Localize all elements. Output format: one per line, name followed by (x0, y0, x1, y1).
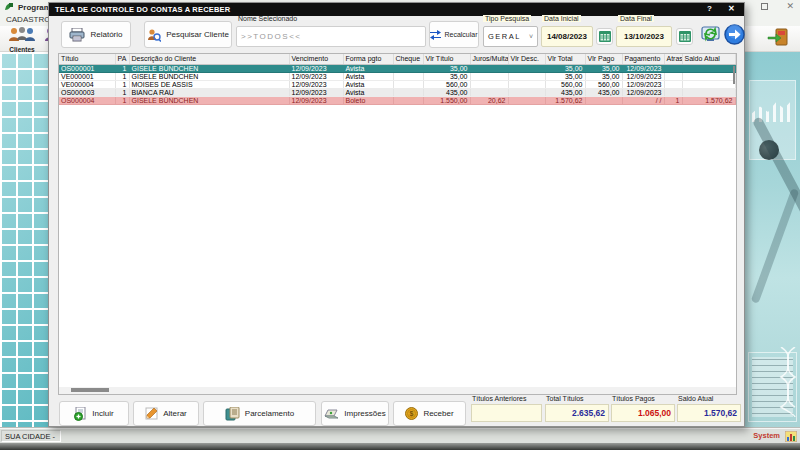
column-header[interactable]: Descrição do Cliente (129, 54, 289, 64)
people-group-icon (7, 27, 37, 43)
table-cell (682, 80, 735, 88)
table-row[interactable]: VE0000011GISELE BÜNDCHEN12/09/2023Avista… (59, 72, 735, 80)
incluir-label: Incluir (92, 409, 113, 418)
arrow-right-icon (724, 24, 745, 45)
vertical-scrollbar[interactable] (733, 66, 735, 84)
data-inicial-calendar-button[interactable] (596, 28, 613, 45)
column-header[interactable]: Vlr Título (423, 54, 470, 64)
column-header[interactable]: Forma pgto (343, 54, 393, 64)
table-cell (664, 88, 682, 96)
table-cell: 1 (115, 72, 129, 80)
impressoes-button[interactable]: Impressões (321, 401, 389, 426)
svg-text:$: $ (410, 410, 414, 418)
tipo-pesquisa-select[interactable]: GERAL ˅ (483, 26, 538, 47)
table-row[interactable]: OS0000041GISELE BÜNDCHEN12/09/2023Boleto… (59, 96, 735, 104)
go-button[interactable] (723, 23, 745, 46)
data-final-value: 13/10/2023 (624, 32, 664, 41)
table-cell (664, 80, 682, 88)
column-header[interactable]: Vlr Desc. (508, 54, 545, 64)
app-statusbar: SUA CIDADE - System (0, 428, 800, 443)
table-cell: Avista (343, 80, 393, 88)
sync-screen-icon (701, 26, 720, 43)
table-cell: 435,00 (585, 88, 622, 96)
table-cell: 35,00 (545, 64, 585, 72)
incluir-button[interactable]: Incluir (59, 401, 129, 426)
workspace-medical-art (745, 52, 800, 428)
total-titulos-value: 2.635,62 (545, 404, 609, 422)
table-row[interactable]: OS0000011GISELE BÜNDCHEN12/09/2023Avista… (59, 64, 735, 72)
tipo-pesquisa-value: GERAL (488, 32, 521, 41)
toolbar-exit-button[interactable] (760, 27, 796, 51)
chevron-down-icon: ˅ (529, 33, 533, 40)
table-cell: 1 (115, 64, 129, 72)
column-header[interactable]: Vlr Pago (585, 54, 622, 64)
alterar-label: Alterar (163, 409, 187, 418)
table-cell: 560,00 (423, 80, 470, 88)
column-header[interactable]: Pagamento (622, 54, 664, 64)
column-header[interactable]: Atraso (664, 54, 682, 64)
table-cell: / / (622, 96, 664, 104)
pesquisar-cliente-button[interactable]: Pesquisar Cliente (144, 21, 232, 48)
table-cell (682, 64, 735, 72)
column-header[interactable]: Saldo Atual (682, 54, 735, 64)
receber-button[interactable]: $ Receber (393, 401, 466, 426)
table-cell: 1 (664, 96, 682, 104)
help-icon[interactable]: ? (707, 4, 712, 13)
table-cell: GISELE BÜNDCHEN (129, 72, 289, 80)
table-cell: 35,00 (423, 72, 470, 80)
restore-icon[interactable] (761, 3, 768, 10)
calendar-icon (599, 31, 611, 42)
nome-selecionado-label: Nome Selecionado (238, 15, 297, 22)
data-inicial-label: Data Inicial (542, 15, 581, 22)
toolbar-clientes-button[interactable]: Clientes (4, 27, 40, 53)
column-header[interactable]: Vlr Total (545, 54, 585, 64)
app-close-icon[interactable]: ✕ (786, 2, 794, 11)
table-row[interactable]: VE0000041MOISES DE ASSIS12/09/2023Avista… (59, 80, 735, 88)
table-cell: 35,00 (423, 64, 470, 72)
search-person-icon (147, 28, 161, 42)
table-cell: 1.550,00 (423, 96, 470, 104)
table-cell: VE000001 (59, 72, 115, 80)
data-inicial-input[interactable]: 14/08/2023 (541, 26, 593, 47)
column-header[interactable]: Vencimento (289, 54, 343, 64)
table-cell: 560,00 (545, 80, 585, 88)
column-header[interactable]: Cheque (393, 54, 423, 64)
pesquisar-cliente-label: Pesquisar Cliente (166, 30, 229, 39)
table-cell: 12/09/2023 (622, 64, 664, 72)
swap-arrows-icon (430, 30, 441, 40)
horizontal-scrollbar[interactable] (59, 387, 736, 394)
alterar-button[interactable]: Alterar (133, 401, 199, 426)
table-cell: 435,00 (423, 88, 470, 96)
recalcular-button[interactable]: Recalcular (429, 21, 479, 48)
table-cell (682, 88, 735, 96)
column-header[interactable]: Título (59, 54, 115, 64)
parcelamento-button[interactable]: Parcelamento (203, 401, 316, 426)
table-cell: 1.570,62 (682, 96, 735, 104)
table-cell: 35,00 (545, 72, 585, 80)
status-chart-icon (785, 431, 797, 442)
titulos-pagos-value: 1.065,00 (611, 404, 675, 422)
table-cell (393, 72, 423, 80)
nome-selecionado-input[interactable]: >>TODOS<< (236, 26, 426, 47)
contas-a-receber-dialog: TELA DE CONTROLE DO CONTAS A RECEBER ? ✕… (48, 2, 745, 427)
table-cell (508, 96, 545, 104)
receber-label: Receber (423, 409, 453, 418)
data-final-input[interactable]: 13/10/2023 (616, 26, 672, 47)
column-header[interactable]: PA (115, 54, 129, 64)
table-cell: VE000004 (59, 80, 115, 88)
data-final-label: Data Final (618, 15, 654, 22)
refresh-screen-button[interactable] (700, 23, 721, 46)
table-cell: MOISES DE ASSIS (129, 80, 289, 88)
table-cell: OS000004 (59, 96, 115, 104)
column-header[interactable]: Juros/Multa (470, 54, 508, 64)
app-logo-icon (4, 2, 14, 12)
table-cell (393, 96, 423, 104)
relatorio-button[interactable]: Relatório (61, 21, 131, 48)
table-cell (682, 72, 735, 80)
table-cell: 1 (115, 88, 129, 96)
printer-icon (69, 28, 85, 42)
table-row[interactable]: OS0000031BIANCA RAU12/09/2023Avista435,0… (59, 88, 735, 96)
close-icon[interactable]: ✕ (728, 4, 735, 13)
table-cell (470, 72, 508, 80)
data-final-calendar-button[interactable] (676, 28, 693, 45)
